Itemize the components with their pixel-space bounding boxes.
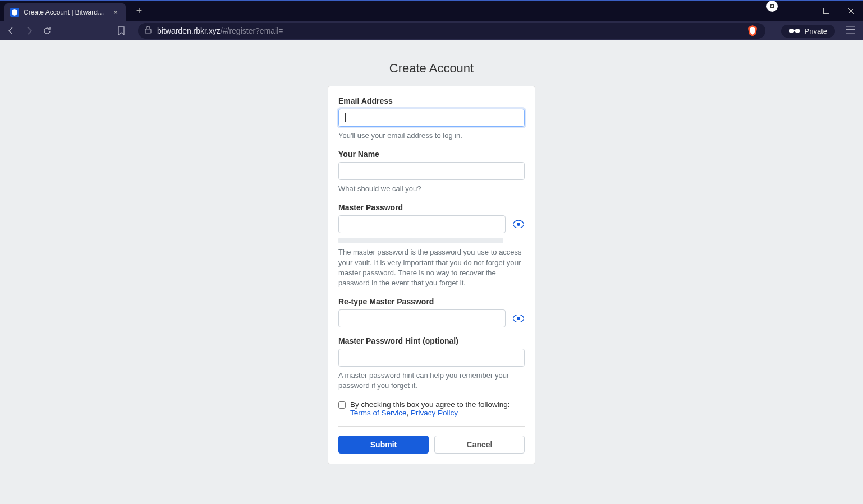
back-button[interactable] [6, 25, 17, 36]
tab-bar: Create Account | Bitwarden Web × + [0, 1, 863, 21]
hint-label: Master Password Hint (optional) [338, 336, 525, 345]
favicon [10, 8, 19, 17]
name-label: Your Name [338, 150, 525, 159]
hint-help: A master password hint can help you reme… [338, 371, 525, 391]
eye-icon [513, 315, 524, 322]
register-card: Email Address You'll use your email addr… [328, 86, 535, 464]
close-window-button[interactable] [838, 1, 863, 21]
svg-rect-4 [145, 29, 151, 33]
maximize-button[interactable] [814, 1, 838, 21]
address-bar[interactable]: bitwarden.rbkr.xyz/#/register?email= [138, 23, 765, 39]
tab-title: Create Account | Bitwarden Web [24, 8, 107, 16]
submit-button[interactable]: Submit [338, 436, 429, 454]
forward-button[interactable] [24, 25, 35, 36]
name-input[interactable] [338, 162, 525, 180]
cancel-button[interactable]: Cancel [434, 436, 525, 454]
lock-icon [145, 26, 152, 36]
privacy-link[interactable]: Privacy Policy [411, 409, 458, 417]
tab-close-button[interactable]: × [111, 8, 120, 17]
incognito-icon [789, 28, 800, 34]
email-label: Email Address [338, 96, 525, 105]
email-help: You'll use your email address to log in. [338, 131, 525, 141]
password-strength-bar [338, 238, 503, 243]
profile-icon[interactable] [766, 1, 778, 12]
minimize-button[interactable] [789, 1, 814, 21]
agree-checkbox[interactable] [338, 401, 346, 409]
name-help: What should we call you? [338, 184, 525, 194]
browser-tab[interactable]: Create Account | Bitwarden Web × [4, 3, 126, 21]
svg-rect-2 [798, 11, 805, 11]
brave-shield-icon[interactable] [747, 25, 759, 36]
eye-icon [513, 220, 524, 228]
svg-rect-9 [846, 29, 855, 30]
svg-rect-3 [823, 8, 829, 14]
master-password-input[interactable] [338, 215, 506, 233]
retype-password-input[interactable] [338, 309, 506, 327]
toggle-password-visibility-button[interactable] [512, 220, 525, 228]
master-password-label: Master Password [338, 203, 525, 212]
hint-input[interactable] [338, 349, 525, 367]
agree-text-block: By checking this box you agree to the fo… [350, 400, 509, 417]
svg-point-1 [771, 5, 773, 7]
svg-rect-8 [846, 26, 855, 27]
toggle-retype-visibility-button[interactable] [512, 315, 525, 322]
reload-button[interactable] [42, 25, 53, 36]
svg-rect-10 [846, 33, 855, 34]
svg-point-12 [517, 317, 520, 320]
svg-point-11 [517, 223, 520, 226]
retype-password-label: Re-type Master Password [338, 297, 525, 306]
master-password-help: The master password is the password you … [338, 247, 525, 288]
toolbar: bitwarden.rbkr.xyz/#/register?email= Pri… [0, 21, 863, 40]
page-content: Create Account Email Address You'll use … [0, 40, 863, 504]
private-badge: Private [781, 25, 835, 38]
menu-button[interactable] [846, 26, 857, 36]
divider [338, 426, 525, 427]
svg-rect-7 [793, 30, 796, 31]
url-text: bitwarden.rbkr.xyz/#/register?email= [157, 26, 283, 35]
bookmark-button[interactable] [116, 25, 127, 36]
terms-link[interactable]: Terms of Service [350, 409, 407, 417]
email-input[interactable] [338, 109, 525, 127]
page-title: Create Account [328, 61, 535, 76]
new-tab-button[interactable]: + [132, 5, 146, 17]
